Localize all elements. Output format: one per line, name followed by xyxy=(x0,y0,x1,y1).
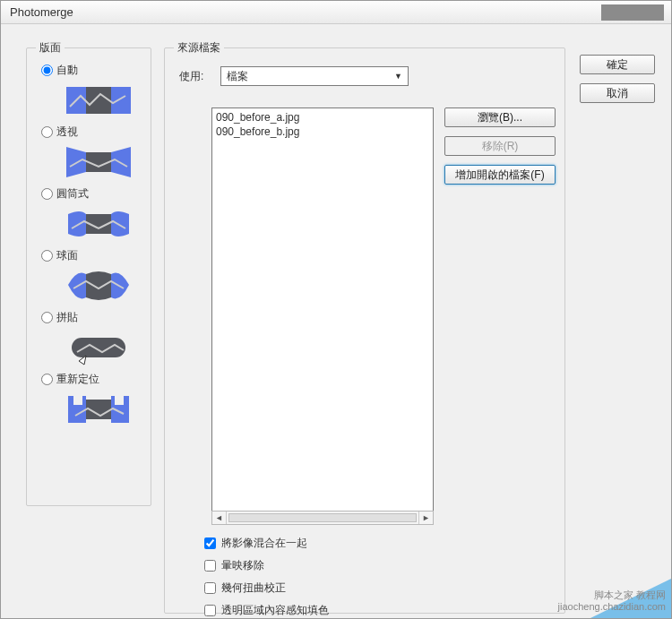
layout-cylindrical-label: 圓筒式 xyxy=(56,186,89,202)
vignette-removal-checkbox[interactable] xyxy=(204,560,216,572)
blend-images-checkbox[interactable] xyxy=(204,537,216,549)
layout-reposition-radio[interactable]: 重新定位 xyxy=(41,372,142,387)
layout-auto-label: 自動 xyxy=(56,63,78,78)
browse-button[interactable]: 瀏覽(B)... xyxy=(444,107,556,127)
window-title: Photomerge xyxy=(10,5,73,19)
geometric-distortion-label: 幾何扭曲校正 xyxy=(221,580,286,596)
vignette-removal-label: 暈映移除 xyxy=(221,558,264,573)
content-aware-fill-label: 透明區域內容感知填色 xyxy=(221,603,329,618)
layout-cylindrical-radio[interactable]: 圓筒式 xyxy=(41,186,142,202)
layout-cylindrical-thumb xyxy=(63,205,134,243)
use-select-value: 檔案 xyxy=(227,69,248,84)
title-bar: Photomerge xyxy=(1,1,671,24)
cancel-button[interactable]: 取消 xyxy=(580,83,655,103)
svg-rect-7 xyxy=(72,338,125,357)
blend-images-label: 將影像混合在一起 xyxy=(221,536,307,551)
scroll-left-icon[interactable]: ◄ xyxy=(212,512,227,524)
title-bar-decoration xyxy=(601,4,664,21)
horizontal-scrollbar[interactable]: ◄ ► xyxy=(211,511,434,525)
list-item[interactable]: 090_before_b.jpg xyxy=(216,125,429,139)
content-aware-fill-checkbox[interactable] xyxy=(204,605,216,616)
svg-rect-1 xyxy=(86,87,111,114)
ok-button[interactable]: 確定 xyxy=(580,55,655,74)
layout-collage-radio[interactable]: 拼貼 xyxy=(41,310,142,325)
geometric-distortion-checkbox[interactable] xyxy=(204,582,216,594)
layout-group: 版面 自動 透視 xyxy=(26,40,151,506)
add-open-files-button[interactable]: 增加開啟的檔案(F) xyxy=(444,165,556,185)
scroll-thumb[interactable] xyxy=(228,513,417,522)
layout-spherical-thumb xyxy=(63,267,134,305)
use-label: 使用: xyxy=(179,69,220,84)
scroll-right-icon[interactable]: ► xyxy=(418,512,433,524)
file-list[interactable]: 090_before_a.jpg 090_before_b.jpg xyxy=(211,107,434,516)
layout-spherical-label: 球面 xyxy=(56,248,78,263)
remove-button[interactable]: 移除(R) xyxy=(444,136,556,156)
layout-perspective-thumb xyxy=(63,143,134,181)
photomerge-dialog: Photomerge 版面 自動 透視 xyxy=(0,0,672,619)
layout-legend: 版面 xyxy=(36,40,65,56)
list-item[interactable]: 090_before_a.jpg xyxy=(216,110,429,125)
source-files-group: 來源檔案 使用: 檔案 ▼ 090_before_a.jpg 090_befor… xyxy=(164,40,565,614)
layout-spherical-radio[interactable]: 球面 xyxy=(41,248,142,263)
layout-auto-thumb xyxy=(63,82,134,119)
svg-rect-10 xyxy=(73,396,82,405)
corner-decoration xyxy=(590,579,671,618)
svg-rect-2 xyxy=(111,87,131,114)
layout-collage-label: 拼貼 xyxy=(56,310,78,325)
layout-collage-thumb xyxy=(63,329,134,366)
use-select[interactable]: 檔案 ▼ xyxy=(220,66,409,86)
svg-rect-11 xyxy=(115,396,124,405)
layout-perspective-label: 透視 xyxy=(56,125,78,140)
layout-perspective-radio[interactable]: 透視 xyxy=(41,125,142,140)
layout-auto-radio[interactable]: 自動 xyxy=(41,63,142,78)
source-legend: 來源檔案 xyxy=(174,40,224,56)
layout-reposition-thumb xyxy=(63,391,134,428)
chevron-down-icon: ▼ xyxy=(394,72,402,81)
layout-reposition-label: 重新定位 xyxy=(56,372,99,387)
